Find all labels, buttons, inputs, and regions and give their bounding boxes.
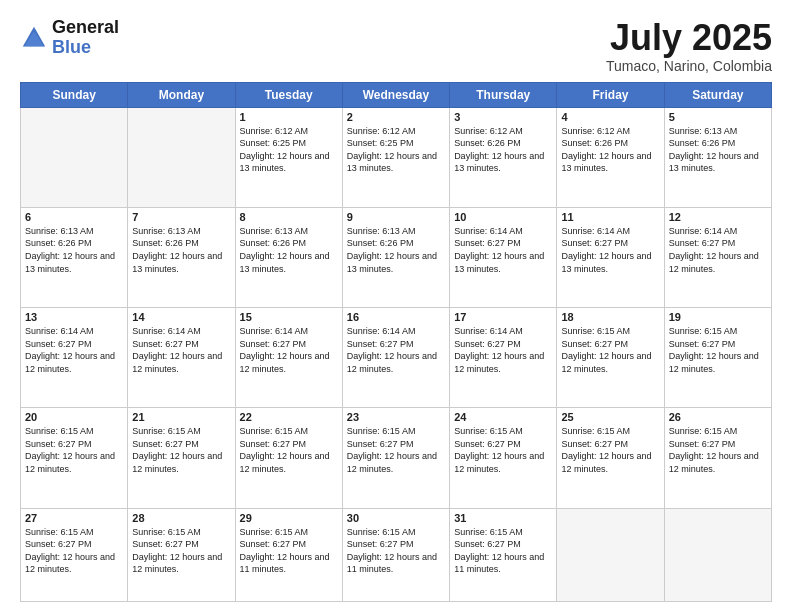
logo: General Blue [20,18,119,58]
calendar-cell [664,508,771,601]
day-number: 22 [240,411,338,423]
day-number: 10 [454,211,552,223]
cell-details: Sunrise: 6:15 AMSunset: 6:27 PMDaylight:… [561,425,659,475]
calendar-cell: 17Sunrise: 6:14 AMSunset: 6:27 PMDayligh… [450,308,557,408]
calendar-cell [21,107,128,207]
calendar-cell: 29Sunrise: 6:15 AMSunset: 6:27 PMDayligh… [235,508,342,601]
calendar-cell: 28Sunrise: 6:15 AMSunset: 6:27 PMDayligh… [128,508,235,601]
calendar-cell: 24Sunrise: 6:15 AMSunset: 6:27 PMDayligh… [450,408,557,508]
day-number: 23 [347,411,445,423]
calendar-cell: 7Sunrise: 6:13 AMSunset: 6:26 PMDaylight… [128,207,235,307]
weekday-header: Monday [128,82,235,107]
weekday-header: Tuesday [235,82,342,107]
calendar-cell [557,508,664,601]
day-number: 6 [25,211,123,223]
day-number: 8 [240,211,338,223]
day-number: 13 [25,311,123,323]
calendar-cell: 14Sunrise: 6:14 AMSunset: 6:27 PMDayligh… [128,308,235,408]
cell-details: Sunrise: 6:14 AMSunset: 6:27 PMDaylight:… [240,325,338,375]
cell-details: Sunrise: 6:12 AMSunset: 6:26 PMDaylight:… [454,125,552,175]
day-number: 17 [454,311,552,323]
svg-marker-1 [24,31,44,46]
logo-icon [20,24,48,52]
calendar-table: SundayMondayTuesdayWednesdayThursdayFrid… [20,82,772,602]
calendar-cell: 25Sunrise: 6:15 AMSunset: 6:27 PMDayligh… [557,408,664,508]
day-number: 24 [454,411,552,423]
day-number: 16 [347,311,445,323]
cell-details: Sunrise: 6:15 AMSunset: 6:27 PMDaylight:… [240,425,338,475]
location: Tumaco, Narino, Colombia [606,58,772,74]
day-number: 21 [132,411,230,423]
calendar-cell: 11Sunrise: 6:14 AMSunset: 6:27 PMDayligh… [557,207,664,307]
calendar-cell: 18Sunrise: 6:15 AMSunset: 6:27 PMDayligh… [557,308,664,408]
day-number: 7 [132,211,230,223]
calendar-cell: 9Sunrise: 6:13 AMSunset: 6:26 PMDaylight… [342,207,449,307]
day-number: 5 [669,111,767,123]
day-number: 26 [669,411,767,423]
cell-details: Sunrise: 6:13 AMSunset: 6:26 PMDaylight:… [132,225,230,275]
logo-text: General Blue [52,18,119,58]
cell-details: Sunrise: 6:13 AMSunset: 6:26 PMDaylight:… [669,125,767,175]
cell-details: Sunrise: 6:15 AMSunset: 6:27 PMDaylight:… [240,526,338,576]
weekday-header: Wednesday [342,82,449,107]
calendar-cell: 4Sunrise: 6:12 AMSunset: 6:26 PMDaylight… [557,107,664,207]
cell-details: Sunrise: 6:15 AMSunset: 6:27 PMDaylight:… [132,526,230,576]
weekday-header: Thursday [450,82,557,107]
calendar-week-row: 20Sunrise: 6:15 AMSunset: 6:27 PMDayligh… [21,408,772,508]
calendar-cell: 2Sunrise: 6:12 AMSunset: 6:25 PMDaylight… [342,107,449,207]
cell-details: Sunrise: 6:15 AMSunset: 6:27 PMDaylight:… [454,526,552,576]
calendar-cell: 23Sunrise: 6:15 AMSunset: 6:27 PMDayligh… [342,408,449,508]
calendar-cell: 31Sunrise: 6:15 AMSunset: 6:27 PMDayligh… [450,508,557,601]
cell-details: Sunrise: 6:14 AMSunset: 6:27 PMDaylight:… [347,325,445,375]
cell-details: Sunrise: 6:15 AMSunset: 6:27 PMDaylight:… [132,425,230,475]
day-number: 29 [240,512,338,524]
title-block: July 2025 Tumaco, Narino, Colombia [606,18,772,74]
cell-details: Sunrise: 6:14 AMSunset: 6:27 PMDaylight:… [132,325,230,375]
calendar-cell: 30Sunrise: 6:15 AMSunset: 6:27 PMDayligh… [342,508,449,601]
calendar-cell: 27Sunrise: 6:15 AMSunset: 6:27 PMDayligh… [21,508,128,601]
cell-details: Sunrise: 6:14 AMSunset: 6:27 PMDaylight:… [454,325,552,375]
day-number: 1 [240,111,338,123]
cell-details: Sunrise: 6:15 AMSunset: 6:27 PMDaylight:… [347,425,445,475]
calendar-cell: 19Sunrise: 6:15 AMSunset: 6:27 PMDayligh… [664,308,771,408]
cell-details: Sunrise: 6:12 AMSunset: 6:25 PMDaylight:… [347,125,445,175]
month-title: July 2025 [606,18,772,58]
calendar-cell: 3Sunrise: 6:12 AMSunset: 6:26 PMDaylight… [450,107,557,207]
calendar-cell: 10Sunrise: 6:14 AMSunset: 6:27 PMDayligh… [450,207,557,307]
calendar-cell: 20Sunrise: 6:15 AMSunset: 6:27 PMDayligh… [21,408,128,508]
calendar-cell: 15Sunrise: 6:14 AMSunset: 6:27 PMDayligh… [235,308,342,408]
day-number: 27 [25,512,123,524]
cell-details: Sunrise: 6:14 AMSunset: 6:27 PMDaylight:… [669,225,767,275]
day-number: 2 [347,111,445,123]
cell-details: Sunrise: 6:15 AMSunset: 6:27 PMDaylight:… [25,425,123,475]
cell-details: Sunrise: 6:14 AMSunset: 6:27 PMDaylight:… [25,325,123,375]
cell-details: Sunrise: 6:13 AMSunset: 6:26 PMDaylight:… [347,225,445,275]
calendar-week-row: 13Sunrise: 6:14 AMSunset: 6:27 PMDayligh… [21,308,772,408]
day-number: 18 [561,311,659,323]
calendar-cell: 6Sunrise: 6:13 AMSunset: 6:26 PMDaylight… [21,207,128,307]
day-number: 15 [240,311,338,323]
weekday-header: Friday [557,82,664,107]
cell-details: Sunrise: 6:14 AMSunset: 6:27 PMDaylight:… [454,225,552,275]
cell-details: Sunrise: 6:12 AMSunset: 6:26 PMDaylight:… [561,125,659,175]
header: General Blue July 2025 Tumaco, Narino, C… [20,18,772,74]
calendar-cell: 21Sunrise: 6:15 AMSunset: 6:27 PMDayligh… [128,408,235,508]
day-number: 9 [347,211,445,223]
weekday-header: Saturday [664,82,771,107]
calendar-cell: 5Sunrise: 6:13 AMSunset: 6:26 PMDaylight… [664,107,771,207]
day-number: 25 [561,411,659,423]
cell-details: Sunrise: 6:15 AMSunset: 6:27 PMDaylight:… [454,425,552,475]
cell-details: Sunrise: 6:15 AMSunset: 6:27 PMDaylight:… [347,526,445,576]
calendar-week-row: 27Sunrise: 6:15 AMSunset: 6:27 PMDayligh… [21,508,772,601]
cell-details: Sunrise: 6:13 AMSunset: 6:26 PMDaylight:… [25,225,123,275]
cell-details: Sunrise: 6:15 AMSunset: 6:27 PMDaylight:… [669,325,767,375]
cell-details: Sunrise: 6:13 AMSunset: 6:26 PMDaylight:… [240,225,338,275]
day-number: 30 [347,512,445,524]
calendar-cell: 1Sunrise: 6:12 AMSunset: 6:25 PMDaylight… [235,107,342,207]
day-number: 4 [561,111,659,123]
day-number: 12 [669,211,767,223]
cell-details: Sunrise: 6:15 AMSunset: 6:27 PMDaylight:… [669,425,767,475]
day-number: 11 [561,211,659,223]
calendar-cell: 26Sunrise: 6:15 AMSunset: 6:27 PMDayligh… [664,408,771,508]
cell-details: Sunrise: 6:15 AMSunset: 6:27 PMDaylight:… [25,526,123,576]
